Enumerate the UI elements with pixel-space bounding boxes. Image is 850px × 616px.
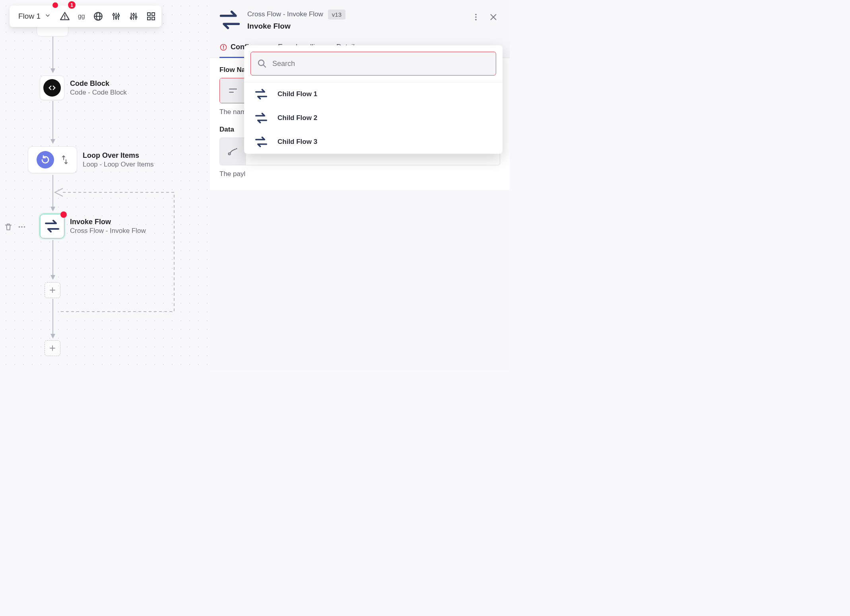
svg-point-31: [19, 226, 20, 228]
swap-arrows-icon: [44, 219, 60, 233]
dropdown-option-label: Child Flow 3: [278, 138, 317, 146]
trash-icon: [4, 223, 13, 231]
svg-point-33: [24, 226, 25, 228]
code-icon: [43, 79, 61, 97]
svg-line-45: [263, 65, 266, 67]
panel-title: Invoke Flow: [247, 22, 345, 31]
flow-selector-label: Flow 1: [18, 12, 41, 21]
chevron-down-icon: [45, 12, 51, 21]
dropdown-search[interactable]: [250, 52, 496, 76]
more-vertical-icon: [472, 13, 480, 21]
sliders-button-1[interactable]: [107, 6, 125, 27]
svg-point-35: [475, 16, 477, 18]
svg-rect-30: [152, 17, 155, 20]
swap-arrows-icon: [254, 89, 268, 100]
svg-point-20: [118, 15, 119, 16]
sliders-icon: [129, 12, 138, 21]
sliders-button-2[interactable]: [125, 6, 142, 27]
svg-point-42: [229, 153, 231, 155]
node-title: Code Block: [70, 79, 127, 88]
flow-selector[interactable]: Flow 1: [11, 6, 56, 27]
text-lines-icon: [220, 78, 246, 103]
loop-icon: [37, 151, 54, 169]
panel-close-button[interactable]: [489, 13, 498, 23]
svg-point-32: [21, 226, 23, 228]
alert-circle-icon: [219, 43, 227, 51]
toolbar: Flow 1 1 gg: [10, 6, 161, 27]
node-invoke-flow[interactable]: Invoke Flow Cross Flow - Invoke Flow: [40, 214, 146, 238]
svg-point-22: [130, 17, 132, 19]
svg-point-24: [133, 14, 134, 15]
path-icon: [220, 138, 246, 165]
toolbar-text-fragment: gg: [74, 6, 89, 27]
close-icon: [489, 13, 498, 21]
warnings-button[interactable]: 1: [56, 6, 74, 27]
add-step-button[interactable]: [45, 340, 60, 356]
svg-rect-29: [147, 17, 150, 20]
error-dot-icon: [60, 211, 67, 218]
dropdown-search-input[interactable]: [272, 59, 489, 68]
plus-icon: [49, 345, 56, 352]
warning-triangle-icon: [60, 11, 70, 21]
dropdown-option[interactable]: Child Flow 1: [244, 82, 503, 106]
dropdown-option[interactable]: Child Flow 3: [244, 130, 503, 154]
svg-rect-28: [152, 13, 155, 15]
flow-name-dropdown: Child Flow 1 Child Flow 2 Child Flow 3: [244, 45, 503, 154]
svg-point-16: [113, 14, 114, 15]
swap-arrows-icon: [254, 136, 268, 147]
globe-button[interactable]: [89, 6, 107, 27]
sliders-icon: [111, 12, 121, 21]
sort-arrows-icon: [61, 155, 68, 165]
globe-icon: [93, 11, 103, 21]
add-step-button[interactable]: [45, 282, 60, 298]
more-button[interactable]: [17, 223, 26, 233]
version-badge: v13: [328, 10, 345, 19]
dropdown-option[interactable]: Child Flow 2: [244, 106, 503, 130]
node-title: Loop Over Items: [83, 151, 154, 160]
grid-button[interactable]: [142, 6, 160, 27]
dropdown-option-list: Child Flow 1 Child Flow 2 Child Flow 3: [244, 82, 503, 154]
dropdown-option-label: Child Flow 1: [278, 90, 317, 98]
swap-arrows-icon: [254, 112, 268, 124]
delete-button[interactable]: [4, 223, 13, 233]
node-code-block[interactable]: Code Block Code - Code Block: [40, 76, 127, 100]
node-subtitle: Code - Code Block: [70, 89, 127, 97]
field-hint-data: The payl: [219, 170, 500, 178]
more-horizontal-icon: [17, 223, 26, 231]
node-actions: [4, 223, 26, 233]
node-loop[interactable]: Loop Over Items Loop - Loop Over Items: [28, 146, 154, 173]
swap-arrows-icon: [219, 9, 241, 31]
node-subtitle: Cross Flow - Invoke Flow: [70, 227, 146, 235]
svg-rect-27: [147, 13, 150, 15]
node-subtitle: Loop - Loop Over Items: [83, 161, 154, 169]
svg-point-26: [135, 16, 137, 18]
dropdown-option-label: Child Flow 2: [278, 114, 317, 122]
search-icon: [257, 59, 267, 68]
svg-point-36: [475, 19, 477, 21]
svg-point-11: [64, 18, 66, 19]
svg-point-34: [475, 14, 477, 15]
plus-icon: [49, 287, 56, 294]
node-title: Invoke Flow: [70, 218, 146, 226]
svg-point-18: [115, 17, 117, 18]
grid-icon: [146, 12, 156, 21]
svg-point-39: [223, 48, 224, 49]
config-panel: Cross Flow - Invoke Flow v13 Invoke Flow: [210, 0, 510, 370]
svg-point-43: [236, 148, 237, 149]
panel-supertitle: Cross Flow - Invoke Flow: [247, 10, 323, 18]
panel-more-button[interactable]: [472, 13, 480, 23]
